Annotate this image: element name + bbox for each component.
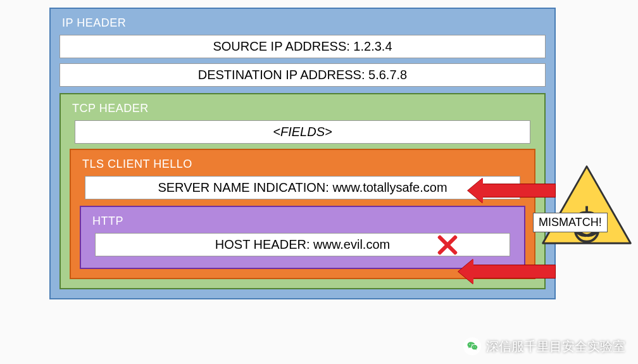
biohazard-warning-icon — [539, 165, 634, 247]
tcp-fields-placeholder: <FIELDS> — [75, 120, 530, 144]
ip-header-layer: IP HEADER SOURCE IP ADDRESS: 1.2.3.4 DES… — [49, 8, 556, 299]
wechat-icon — [463, 337, 481, 355]
ip-header-title: IP HEADER — [59, 16, 546, 30]
mismatch-label: MISMATCH! — [533, 213, 608, 232]
http-title: HTTP — [90, 215, 515, 228]
watermark-text: 深信服千里目安全实验室 — [486, 338, 625, 355]
destination-ip-field: DESTINATION IP ADDRESS: 5.6.7.8 — [59, 63, 546, 87]
packet-diagram: IP HEADER SOURCE IP ADDRESS: 1.2.3.4 DES… — [49, 8, 556, 299]
sni-field: SERVER NAME INDICATION: www.totallysafe.… — [85, 176, 520, 199]
arrow-to-host — [472, 265, 556, 279]
tls-title: TLS CLIENT HELLO — [80, 158, 525, 171]
host-header-text: HOST HEADER: www.evil.com — [215, 237, 390, 251]
watermark: 深信服千里目安全实验室 — [463, 337, 625, 355]
host-header-field: HOST HEADER: www.evil.com — [95, 233, 510, 256]
tcp-header-title: TCP HEADER — [70, 102, 535, 115]
source-ip-field: SOURCE IP ADDRESS: 1.2.3.4 — [59, 35, 546, 58]
red-x-icon — [436, 234, 459, 256]
